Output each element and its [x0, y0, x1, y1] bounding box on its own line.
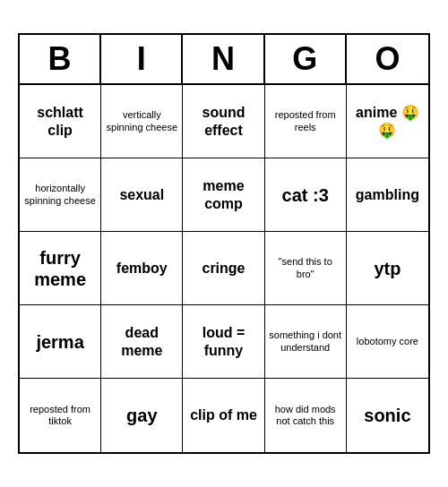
bingo-cell-10: furry meme: [20, 232, 101, 305]
bingo-cell-8: cat :3: [265, 158, 347, 232]
bingo-cell-18: something i dont understand: [265, 305, 347, 379]
bingo-cell-14: ytp: [347, 232, 428, 305]
bingo-cell-11: femboy: [101, 232, 183, 305]
bingo-cell-7: meme comp: [183, 158, 264, 232]
bingo-cell-0: schlatt clip: [20, 85, 101, 158]
bingo-cell-13: "send this to bro": [265, 232, 347, 305]
bingo-cell-3: reposted from reels: [265, 85, 347, 158]
header-letter-o: O: [347, 35, 428, 83]
bingo-cell-23: how did mods not catch this: [265, 379, 347, 452]
bingo-cell-4: anime 🤑🤑: [347, 85, 428, 158]
header-letter-b: B: [20, 35, 101, 83]
bingo-cell-5: horizontally spinning cheese: [20, 158, 101, 232]
header-letter-n: N: [183, 35, 264, 83]
bingo-cell-24: sonic: [347, 379, 428, 452]
bingo-cell-21: gay: [101, 379, 183, 452]
bingo-cell-6: sexual: [101, 158, 183, 232]
bingo-cell-19: lobotomy core: [347, 305, 428, 379]
bingo-grid: schlatt clipvertically spinning cheeseso…: [20, 85, 428, 452]
bingo-cell-17: loud = funny: [183, 305, 264, 379]
bingo-cell-16: dead meme: [101, 305, 183, 379]
bingo-cell-12: cringe: [183, 232, 264, 305]
bingo-cell-2: sound effect: [183, 85, 264, 158]
bingo-cell-9: gambling: [347, 158, 428, 232]
bingo-cell-20: reposted from tiktok: [20, 379, 101, 452]
bingo-cell-1: vertically spinning cheese: [101, 85, 183, 158]
header-letter-i: I: [101, 35, 183, 83]
bingo-header: BINGO: [20, 35, 428, 85]
header-letter-g: G: [265, 35, 347, 83]
bingo-cell-15: jerma: [20, 305, 101, 379]
bingo-cell-22: clip of me: [183, 379, 264, 452]
bingo-card: BINGO schlatt clipvertically spinning ch…: [18, 33, 430, 454]
